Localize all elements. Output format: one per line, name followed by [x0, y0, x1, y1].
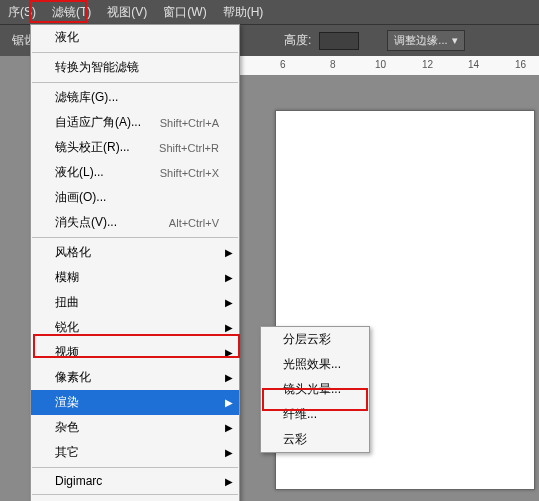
toolbar-height-label: 高度: [284, 32, 311, 49]
submenu-arrow-icon: ▶ [225, 297, 233, 308]
menu-adaptive-wide-angle[interactable]: 自适应广角(A)...Shift+Ctrl+A [31, 110, 239, 135]
menubar: 序(S) 滤镜(T) 视图(V) 窗口(W) 帮助(H) [0, 0, 539, 24]
menu-video[interactable]: 视频▶ [31, 340, 239, 365]
render-submenu: 分层云彩 光照效果... 镜头光晕... 纤维... 云彩 [260, 326, 370, 453]
shortcut: Shift+Ctrl+A [160, 117, 219, 129]
separator [32, 82, 238, 83]
menu-oil-paint[interactable]: 油画(O)... [31, 185, 239, 210]
submenu-arrow-icon: ▶ [225, 322, 233, 333]
submenu-arrow-icon: ▶ [225, 372, 233, 383]
submenu-arrow-icon: ▶ [225, 272, 233, 283]
menu-browse-online[interactable]: 浏览联机滤镜... [31, 497, 239, 501]
refine-edge-label: 调整边缘... [394, 33, 447, 48]
filter-dropdown: 液化 转换为智能滤镜 滤镜库(G)... 自适应广角(A)...Shift+Ct… [30, 24, 240, 501]
menu-vanishing-point[interactable]: 消失点(V)...Alt+Ctrl+V [31, 210, 239, 235]
submenu-clouds[interactable]: 云彩 [261, 427, 369, 452]
shortcut: Alt+Ctrl+V [169, 217, 219, 229]
menu-filter-gallery[interactable]: 滤镜库(G)... [31, 85, 239, 110]
toolbar-height-input[interactable] [319, 32, 359, 50]
menu-stylize[interactable]: 风格化▶ [31, 240, 239, 265]
menu-last-filter[interactable]: 液化 [31, 25, 239, 50]
menu-distort[interactable]: 扭曲▶ [31, 290, 239, 315]
menu-noise[interactable]: 杂色▶ [31, 415, 239, 440]
ruler-tick: 6 [280, 59, 286, 70]
ruler-tick: 14 [468, 59, 479, 70]
submenu-arrow-icon: ▶ [225, 247, 233, 258]
submenu-difference-clouds[interactable]: 分层云彩 [261, 327, 369, 352]
separator [32, 467, 238, 468]
shortcut: Shift+Ctrl+R [159, 142, 219, 154]
refine-edge-button[interactable]: 调整边缘... ▾ [387, 30, 464, 51]
submenu-arrow-icon: ▶ [225, 397, 233, 408]
shortcut: Shift+Ctrl+X [160, 167, 219, 179]
ruler-tick: 12 [422, 59, 433, 70]
menu-digimarc[interactable]: Digimarc▶ [31, 470, 239, 492]
menu-liquify[interactable]: 液化(L)...Shift+Ctrl+X [31, 160, 239, 185]
submenu-arrow-icon: ▶ [225, 422, 233, 433]
menu-blur[interactable]: 模糊▶ [31, 265, 239, 290]
submenu-arrow-icon: ▶ [225, 347, 233, 358]
submenu-lighting-effects[interactable]: 光照效果... [261, 352, 369, 377]
menu-render[interactable]: 渲染▶ [31, 390, 239, 415]
menu-filter[interactable]: 滤镜(T) [44, 0, 99, 25]
menu-help[interactable]: 帮助(H) [215, 0, 272, 25]
menu-pixelate[interactable]: 像素化▶ [31, 365, 239, 390]
menu-sequence[interactable]: 序(S) [0, 0, 44, 25]
submenu-lens-flare[interactable]: 镜头光晕... [261, 377, 369, 402]
separator [32, 237, 238, 238]
menu-window[interactable]: 窗口(W) [155, 0, 214, 25]
chevron-down-icon: ▾ [452, 34, 458, 47]
ruler-tick: 10 [375, 59, 386, 70]
ruler-tick: 16 [515, 59, 526, 70]
menu-view[interactable]: 视图(V) [99, 0, 155, 25]
submenu-arrow-icon: ▶ [225, 447, 233, 458]
submenu-arrow-icon: ▶ [225, 476, 233, 487]
menu-sharpen[interactable]: 锐化▶ [31, 315, 239, 340]
submenu-fibers[interactable]: 纤维... [261, 402, 369, 427]
menu-lens-correction[interactable]: 镜头校正(R)...Shift+Ctrl+R [31, 135, 239, 160]
menu-convert-smart[interactable]: 转换为智能滤镜 [31, 55, 239, 80]
ruler-tick: 8 [330, 59, 336, 70]
separator [32, 494, 238, 495]
menu-other[interactable]: 其它▶ [31, 440, 239, 465]
separator [32, 52, 238, 53]
